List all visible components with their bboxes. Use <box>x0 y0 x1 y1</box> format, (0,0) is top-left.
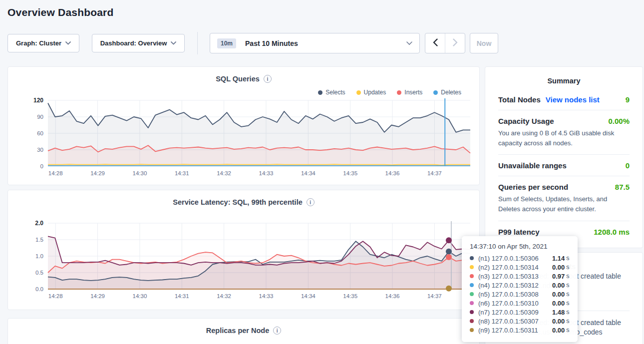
tooltip-latency-unit: s <box>566 327 569 334</box>
svg-text:14:34: 14:34 <box>301 293 316 299</box>
tooltip-timestamp: 14:37:10 on Apr 5th, 2021 <box>470 243 570 250</box>
series-color-dot <box>470 274 474 278</box>
series-color-dot <box>470 319 474 323</box>
summary-value: 0.00% <box>608 117 630 125</box>
svg-text:14:33: 14:33 <box>259 293 274 299</box>
svg-text:1.0: 1.0 <box>35 253 43 259</box>
sql-queries-chart-card: SQL Queries i SelectsUpdatesInsertsDelet… <box>7 66 480 185</box>
tooltip-row: (n9) 127.0.0.1:503110.00s <box>470 326 570 335</box>
tooltip-row: (n1) 127.0.0.1:503061.14s <box>470 254 570 263</box>
svg-text:14:28: 14:28 <box>48 293 63 299</box>
time-step-buttons <box>425 33 465 53</box>
service-latency-plot[interactable]: 0.00.51.01.52.014:2814:2914:3014:3114:32… <box>22 219 474 302</box>
graph-dropdown-label: Graph: Cluster <box>16 39 61 47</box>
summary-row-unavailable-ranges: Unavailable ranges0 <box>498 155 630 176</box>
svg-text:14:30: 14:30 <box>133 170 147 176</box>
svg-text:1.5: 1.5 <box>35 237 43 243</box>
replicas-chart-title: Replicas per Node <box>206 327 270 335</box>
legend-item-selects[interactable]: Selects <box>318 89 345 96</box>
tooltip-latency-value: 0.00 <box>552 282 565 289</box>
chevron-down-icon <box>65 41 71 45</box>
sql-queries-legend: SelectsUpdatesInsertsDeletes <box>318 89 461 96</box>
svg-text:14:31: 14:31 <box>175 293 189 299</box>
legend-dot <box>397 90 401 95</box>
toolbar-divider <box>197 32 198 54</box>
view-nodes-list-link[interactable]: View nodes list <box>546 95 600 104</box>
tooltip-latency-value: 0.00 <box>552 327 565 334</box>
svg-text:14:36: 14:36 <box>385 170 400 176</box>
summary-title: Summary <box>485 67 643 85</box>
svg-text:30: 30 <box>37 147 43 153</box>
legend-label: Selects <box>325 89 345 96</box>
dashboard-dropdown-label: Dashboard: Overview <box>100 39 167 47</box>
time-range-badge: 10m <box>217 38 236 48</box>
tooltip-node-address: (n6) 127.0.0.1:50310 <box>478 300 552 307</box>
legend-dot <box>318 90 322 95</box>
svg-text:2.0: 2.0 <box>35 220 43 227</box>
legend-item-updates[interactable]: Updates <box>356 89 386 96</box>
time-range-label: Past 10 Minutes <box>245 39 402 47</box>
summary-label: Capacity Usage <box>498 117 554 125</box>
tooltip-row: (n8) 127.0.0.1:503070.00s <box>470 317 570 326</box>
tooltip-latency-unit: s <box>566 264 569 271</box>
summary-description: Sum of Selects, Updates, Inserts, and De… <box>498 194 630 214</box>
tooltip-node-address: (n9) 127.0.0.1:50311 <box>478 327 552 334</box>
chevron-left-icon <box>433 38 438 48</box>
tooltip-node-address: (n7) 127.0.0.1:50309 <box>478 309 552 316</box>
series-color-dot <box>470 283 474 287</box>
tooltip-latency-unit: s <box>566 273 569 280</box>
tooltip-latency-unit: s <box>566 282 569 289</box>
legend-dot <box>356 90 361 95</box>
now-button[interactable]: Now <box>470 33 498 53</box>
svg-text:0.0: 0.0 <box>35 286 43 292</box>
series-color-dot <box>470 328 474 332</box>
tooltip-latency-value: 0.00 <box>552 264 565 271</box>
tooltip-latency-unit: s <box>566 318 569 325</box>
chevron-down-icon <box>406 41 412 45</box>
latency-hover-tooltip: 14:37:10 on Apr 5th, 2021 (n1) 127.0.0.1… <box>462 236 578 342</box>
tooltip-row: (n7) 127.0.0.1:503091.48s <box>470 308 570 317</box>
svg-text:60: 60 <box>37 130 43 136</box>
info-icon[interactable]: i <box>273 327 281 335</box>
next-time-button[interactable] <box>445 33 465 53</box>
tooltip-latency-value: 0.97 <box>552 273 565 280</box>
svg-text:0.5: 0.5 <box>35 270 43 276</box>
tooltip-row: (n3) 127.0.0.1:503130.97s <box>470 272 570 281</box>
svg-text:14:36: 14:36 <box>385 293 400 299</box>
svg-text:14:32: 14:32 <box>217 170 231 176</box>
summary-label: Queries per second <box>498 183 568 191</box>
svg-text:14:35: 14:35 <box>343 293 357 299</box>
svg-text:14:37: 14:37 <box>427 170 442 176</box>
summary-value: 0 <box>626 161 630 170</box>
summary-row-capacity-usage: Capacity Usage0.00%You are using 0 B of … <box>498 110 630 155</box>
tooltip-latency-unit: s <box>566 300 569 307</box>
svg-text:14:30: 14:30 <box>133 293 147 299</box>
series-color-dot <box>470 292 474 296</box>
service-latency-chart-title: Service Latency: SQL, 99th percentile <box>173 198 303 206</box>
previous-time-button[interactable] <box>425 33 445 53</box>
series-color-dot <box>470 301 474 305</box>
tooltip-row: (n2) 127.0.0.1:503140.00s <box>470 263 570 272</box>
summary-row-total-nodes: Total NodesView nodes list9 <box>498 89 630 110</box>
legend-label: Inserts <box>404 89 422 96</box>
sql-queries-plot[interactable]: 030609012014:2814:2914:3014:3114:3214:33… <box>22 96 474 179</box>
info-icon[interactable]: i <box>307 198 315 206</box>
tooltip-row: (n4) 127.0.0.1:503120.00s <box>470 281 570 290</box>
info-icon[interactable]: i <box>264 75 272 83</box>
legend-item-inserts[interactable]: Inserts <box>397 89 422 96</box>
replicas-chart-card: Replicas per Node i <box>7 318 480 344</box>
sql-queries-chart-title: SQL Queries <box>216 75 260 83</box>
tooltip-latency-unit: s <box>566 291 569 298</box>
svg-text:14:34: 14:34 <box>301 170 316 176</box>
summary-value: 87.5 <box>615 183 630 191</box>
service-latency-chart-card: Service Latency: SQL, 99th percentile i … <box>7 190 480 310</box>
svg-text:14:31: 14:31 <box>175 170 189 176</box>
svg-text:120: 120 <box>33 97 43 104</box>
graph-dropdown[interactable]: Graph: Cluster <box>7 34 79 52</box>
summary-label: P99 latency <box>498 228 540 236</box>
dashboard-dropdown[interactable]: Dashboard: Overview <box>92 34 185 52</box>
legend-item-deletes[interactable]: Deletes <box>433 89 461 96</box>
svg-text:14:33: 14:33 <box>259 170 274 176</box>
time-range-dropdown[interactable]: 10m Past 10 Minutes <box>210 33 420 53</box>
series-color-dot <box>470 310 474 314</box>
